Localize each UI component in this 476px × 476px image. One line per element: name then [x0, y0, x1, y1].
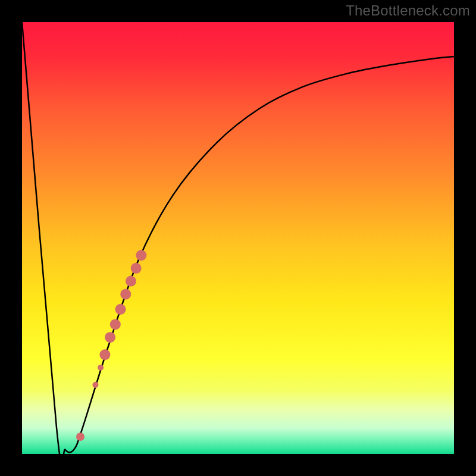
data-marker [99, 349, 110, 360]
data-marker [115, 304, 126, 315]
data-markers [22, 22, 454, 454]
data-marker [92, 382, 98, 388]
plot-area [22, 22, 454, 454]
chart-container: TheBottleneck.com [0, 0, 476, 476]
data-marker [120, 289, 131, 299]
watermark-text: TheBottleneck.com [346, 2, 470, 19]
data-marker [131, 263, 142, 274]
data-marker [98, 365, 104, 371]
data-marker [110, 319, 121, 330]
data-marker [136, 250, 146, 261]
data-marker [105, 332, 115, 343]
data-marker [126, 276, 136, 287]
data-marker [76, 433, 84, 441]
